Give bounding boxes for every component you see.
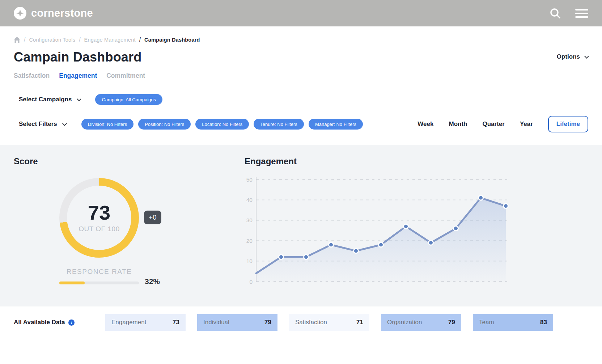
search-icon — [549, 7, 561, 20]
svg-text:20: 20 — [246, 238, 253, 244]
chart-data-point — [379, 242, 383, 247]
metric-value: 73 — [173, 319, 179, 326]
response-rate-label: RESPONCE RATE — [48, 268, 150, 276]
time-option-month[interactable]: Month — [449, 120, 467, 128]
score-heading: Score — [14, 156, 38, 166]
chart-data-point — [354, 249, 359, 253]
select-filters-dropdown[interactable]: Select Filters — [19, 120, 66, 128]
metric-value: 79 — [264, 319, 271, 326]
filter-pill-location[interactable]: Location: No Filters — [195, 119, 249, 130]
metric-label: Individual — [203, 319, 229, 326]
tab-satisfaction[interactable]: Satisfaction — [14, 72, 50, 80]
search-button[interactable] — [549, 7, 561, 20]
summary-metrics-row: All Available Data i Engagement 73 Indiv… — [0, 314, 602, 331]
tab-commitment[interactable]: Commitment — [106, 72, 145, 80]
metric-label: Engagement — [111, 319, 146, 326]
chart-data-point — [479, 195, 483, 200]
select-campaigns-dropdown[interactable]: Select Campaigns — [19, 96, 81, 103]
time-option-lifetime[interactable]: Lifetime — [548, 116, 588, 132]
metric-card-individual[interactable]: Individual 79 — [197, 314, 277, 331]
score-out-of-label: OUT OF 100 — [79, 225, 119, 233]
app-header: cornerstone — [0, 0, 602, 26]
metric-label: Team — [479, 319, 494, 326]
response-rate-progressbar — [59, 282, 139, 284]
breadcrumb: / Configuration Tools / Engage Managemen… — [0, 26, 602, 43]
metric-value: 71 — [356, 319, 363, 326]
svg-text:40: 40 — [246, 197, 253, 203]
response-rate-progress-fill — [59, 282, 85, 284]
chart-data-point — [329, 242, 334, 247]
chevron-down-icon — [77, 97, 82, 101]
hamburger-icon — [575, 9, 588, 18]
dashboard-panel: Score 73 OUT OF 100 +0 RESPONCE RATE 32%… — [0, 145, 602, 306]
select-campaigns-label: Select Campaigns — [19, 96, 72, 103]
info-icon[interactable]: i — [68, 319, 75, 326]
score-value: 73 — [88, 203, 110, 223]
response-rate-percent: 32% — [145, 277, 160, 286]
score-delta-badge[interactable]: +0 — [144, 211, 161, 224]
page-title: Campain Dashboard — [14, 50, 141, 65]
home-icon[interactable] — [14, 37, 20, 43]
breadcrumb-separator: / — [139, 37, 141, 43]
time-range-selector: Week Month Quarter Year Lifetime — [417, 116, 588, 132]
chart-data-point — [404, 224, 408, 229]
time-option-week[interactable]: Week — [417, 120, 433, 128]
dashboard-tabs: Satisfaction Engagement Commitment — [0, 65, 602, 80]
metric-label: Satisfaction — [295, 319, 327, 326]
metric-value: 79 — [448, 319, 455, 326]
engagement-chart-title: Engagement — [245, 156, 297, 166]
chart-data-point — [454, 226, 458, 231]
options-label: Options — [557, 53, 580, 60]
breadcrumb-configuration-tools[interactable]: Configuration Tools — [29, 37, 75, 43]
breadcrumb-engage-management[interactable]: Engage Management — [84, 37, 136, 43]
campaign-filter-pill[interactable]: Campaign: All Campaigns — [95, 94, 162, 105]
engagement-line-chart: 01020304050 — [243, 174, 511, 287]
svg-text:30: 30 — [246, 217, 253, 223]
time-option-quarter[interactable]: Quarter — [482, 120, 504, 128]
chart-data-point — [504, 204, 508, 208]
chart-series — [256, 195, 508, 282]
filter-pill-position[interactable]: Position: No Filters — [138, 119, 191, 130]
breadcrumb-separator: / — [24, 37, 25, 43]
svg-text:0: 0 — [249, 279, 253, 285]
time-option-year[interactable]: Year — [520, 120, 533, 128]
chevron-down-icon — [62, 121, 67, 126]
options-dropdown[interactable]: Options — [557, 53, 588, 60]
menu-button[interactable] — [575, 9, 588, 18]
breadcrumb-separator: / — [79, 37, 80, 43]
metric-card-organization[interactable]: Organization 79 — [381, 314, 461, 331]
chevron-down-icon — [584, 54, 589, 59]
breadcrumb-campaign-dashboard: Campaign Dashboard — [144, 37, 200, 43]
brand-name: cornerstone — [31, 7, 93, 19]
metric-card-team[interactable]: Team 83 — [473, 314, 553, 331]
filter-pill-tenure[interactable]: Tenure: No Filters — [254, 119, 304, 130]
metric-value: 83 — [540, 319, 547, 326]
svg-text:50: 50 — [246, 177, 253, 183]
metric-card-satisfaction[interactable]: Satisfaction 71 — [289, 314, 369, 331]
svg-text:10: 10 — [246, 258, 253, 264]
metric-label: Organization — [387, 319, 422, 326]
all-available-data-label: All Available Data — [14, 319, 65, 326]
filter-pill-division[interactable]: Division: No Filters — [81, 119, 133, 130]
cornerstone-logo-icon — [14, 7, 26, 20]
brand-logo[interactable]: cornerstone — [14, 7, 93, 20]
chart-data-point — [279, 255, 284, 259]
score-donut-chart: 73 OUT OF 100 — [59, 178, 139, 258]
select-filters-label: Select Filters — [19, 120, 57, 128]
filter-pill-manager[interactable]: Manager: No Filters — [309, 119, 363, 130]
chart-data-point — [304, 255, 309, 259]
chart-data-point — [429, 240, 433, 245]
metric-card-engagement[interactable]: Engagement 73 — [105, 314, 186, 331]
tab-engagement[interactable]: Engagement — [59, 72, 97, 80]
